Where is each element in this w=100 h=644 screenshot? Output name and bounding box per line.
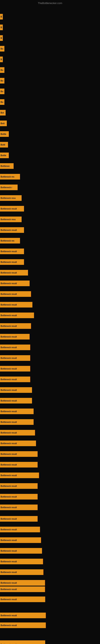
bar-label: Bottleneck result — [0, 270, 28, 276]
bar-label: Bottleneck result — [0, 472, 39, 478]
bar-row: Bottleneck result — [0, 536, 41, 544]
bar-label: Bo — [0, 46, 4, 52]
bar-label: Bottle — [0, 131, 9, 137]
bar-row: Bottleneck result — [0, 408, 34, 415]
bar-row: B — [0, 13, 3, 20]
bar-row: Bott — [0, 120, 7, 127]
bar-label: Bottleneck result — [0, 419, 34, 425]
bar-label: Bottleneck result — [0, 580, 45, 586]
bar-row: Bottleneck res — [0, 173, 20, 180]
bar-label: Bottleneck result — [0, 280, 30, 286]
bar-row: Bottleneck result — [0, 641, 43, 644]
bar-row: Bottleneck result — [0, 568, 43, 576]
bar-label: Bottleneck result — [0, 622, 46, 628]
bar-label: Bo — [0, 88, 4, 94]
bar-label: Bottleneck r — [0, 184, 18, 190]
bar-row: Bottleneck result — [0, 312, 34, 319]
bar-label: Bottleneck result — [0, 248, 24, 254]
bar-row: Bottleneck result — [0, 493, 38, 500]
bar-row: Bo — [0, 66, 4, 74]
bar-row: Bottleneck result — [0, 290, 31, 298]
bar-row: Bottleneck res — [0, 237, 20, 244]
bar-row: Bottleneck resu — [0, 216, 22, 223]
bar-label: Bottleneck result — [0, 387, 32, 393]
bar-row: Bottleneck result — [0, 280, 30, 287]
bar-row: Bottleneck result — [0, 365, 30, 372]
bar-label: Bottleneck result — [0, 398, 32, 404]
bar-label: Bottleneck resu — [0, 195, 22, 201]
bar-label: Bottleneck result — [0, 312, 34, 318]
bar-row: B — [0, 24, 3, 31]
bar-row: Bottleneck result — [0, 322, 31, 330]
bar-row: Bottleneck result — [0, 301, 32, 308]
bar-row: Bottle — [0, 130, 9, 138]
bar-row: Bottleneck result — [0, 472, 39, 479]
bar-row: Bottleneck result — [0, 440, 36, 447]
bar-label: Bottleneck result — [0, 323, 31, 329]
bar-row: Bottleneck result — [0, 333, 30, 340]
bar-row: Bottleneck result — [0, 622, 46, 629]
bar-row: Bottleneck result — [0, 429, 35, 436]
bar-label: Bottleneck result — [0, 291, 31, 297]
bar-label: Bottleneck result — [0, 548, 42, 554]
site-title: TheBottlenecker.com — [38, 2, 62, 5]
bar-row: Bo — [0, 77, 4, 84]
bar-label: Bottleneck result — [0, 494, 38, 500]
bar-row: Bottleneck result — [0, 558, 43, 565]
bar-row: Bottleneck result — [0, 482, 38, 490]
bar-row: Bottleneck result — [0, 397, 32, 404]
bar-row: Bottleneck result — [0, 205, 24, 212]
bar-label: Bottleneck result — [0, 516, 38, 522]
bar-row: Bottle — [0, 152, 9, 159]
bar-label: Bottleneck result — [0, 483, 38, 489]
bar-label: Bo — [0, 78, 4, 84]
bar-row: Bottleneck result — [0, 248, 24, 255]
bar-row: Bot — [0, 109, 6, 116]
bar-row: Bottleneck result — [0, 504, 38, 511]
bar-label: B — [0, 35, 3, 41]
bar-label: Bottleneck result — [0, 366, 30, 372]
bar-row: Bottleneck result — [0, 376, 30, 383]
bar-row: B — [0, 34, 3, 42]
bar-label: Bottleneck result — [0, 430, 35, 436]
bar-label: Bottleneck result — [0, 206, 24, 212]
bar-label: Bottleneck result — [0, 596, 45, 602]
bar-row: Bottleneck result — [0, 354, 30, 362]
bar-label: Bottleneck result — [0, 344, 30, 350]
bar-label: Bottleneck result — [0, 504, 38, 510]
bar-row: Bottleneck result — [0, 579, 45, 586]
bar-row: Bottleneck result — [0, 596, 45, 603]
bar-label: Bottleneck result — [0, 586, 45, 592]
bar-row: Bo — [0, 45, 4, 52]
bar-row: Bottl — [0, 141, 8, 148]
bar-row: Bottleneck result — [0, 547, 42, 554]
bar-row: Bottleneck resu — [0, 194, 22, 202]
bar-label: Bottleneck result — [0, 612, 46, 618]
bar-row: Bottleneck result — [0, 226, 24, 234]
bar-label: Bottlenec — [0, 163, 14, 169]
bar-label: Bott — [0, 120, 7, 126]
bar-row: Bottleneck result — [0, 418, 34, 426]
bar-label: Bottleneck result — [0, 376, 30, 382]
bar-label: B — [0, 56, 3, 62]
bar-row: Bo — [0, 98, 4, 106]
bar-row: Bottleneck result — [0, 612, 46, 619]
bar-row: Bo — [0, 88, 4, 95]
bar-label: B — [0, 14, 3, 20]
bar-label: Bottleneck res — [0, 238, 20, 244]
bar-label: Bottleneck result — [0, 440, 36, 446]
bar-row: B — [0, 56, 3, 63]
bar-label: Bottleneck result — [0, 569, 43, 575]
bar-label: B — [0, 24, 3, 30]
bar-label: Bottleneck result — [0, 559, 43, 564]
bar-label: Bottleneck result — [0, 259, 24, 265]
bar-label: Bot — [0, 110, 6, 116]
bar-label: Bottleneck result — [0, 302, 32, 308]
bar-row: Bottleneck result — [0, 344, 30, 351]
bar-row: Bottleneck result — [0, 258, 24, 266]
bar-row: Bottleneck result — [0, 450, 38, 458]
bar-label: Bottleneck result — [0, 462, 38, 468]
bar-label: Bottleneck result — [0, 334, 30, 340]
bar-label: Bottleneck resu — [0, 216, 22, 222]
bar-row: Bottleneck result — [0, 515, 38, 522]
